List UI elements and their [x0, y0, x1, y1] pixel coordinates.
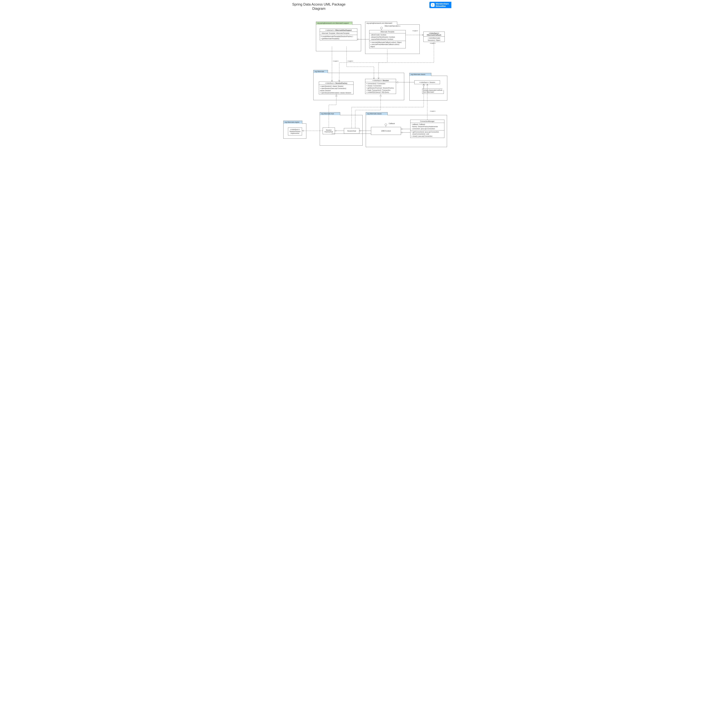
package-tab-classic2: org.hibernate.classic [366, 112, 388, 115]
callback-label: Callback [389, 122, 395, 124]
package-tab-impl: org.hibernate.impl [320, 112, 340, 115]
diagram-title: Spring Data Access UML Package Diagram [290, 2, 348, 11]
class-jdbc-context: JDBCContext [371, 127, 401, 135]
class-dao-support: <<abstract>> HibernateDaoSupport - hibem… [320, 29, 357, 40]
package-tab-classic: org.hibernate.classic [410, 73, 431, 76]
hibernate-operations-label: HibermateOperation s [384, 25, 401, 27]
watermark-badge: ≡ Wondershare EdrawMax [429, 2, 451, 8]
classic-session-note: Includes deprecated methods from Hiberma… [422, 89, 444, 94]
use-label-4: <<use>> [347, 60, 353, 62]
use-label-3: <<use>> [333, 60, 339, 62]
conn-mgr-attrs: - callback: Callback - factory: SessionF… [410, 123, 444, 130]
class-session: <<interface>> Session + connection(): Co… [365, 79, 396, 94]
dao-support-attrs: - hibemate Template: HibemateTemplate [320, 32, 357, 35]
callback-header: <<interface>> HibermateCallback [424, 32, 445, 37]
class-session-factory-impl: Session FactoryImpl [323, 127, 335, 134]
watermark-icon: ≡ [431, 3, 434, 7]
use-label-2: <<use>> [430, 43, 436, 44]
session-header: <<interface>> Session [365, 79, 396, 82]
package-tab-support: org.springframework.orm.hibemate3.suppor… [316, 22, 352, 24]
watermark-text: Wondershare EdrawMax [436, 3, 449, 7]
package-tab-engine: org.hibernate.engine [283, 121, 302, 124]
dao-support-header: <<abstract>> HibernateDaoSupport [320, 29, 357, 32]
template-ops: + execute(HibemateCallback action): Obje… [369, 41, 405, 48]
session-ops: + connection(): Connection + close(): Co… [365, 82, 396, 94]
dao-support-ops: # createHibermateTemplate(SessionFactory… [320, 35, 357, 40]
template-header: Hibernate Template [369, 30, 405, 33]
conn-mgr-header: ConnectionManager [410, 120, 444, 123]
class-template: Hibernate Template - allowCreate: boolea… [369, 30, 406, 48]
use-label-1: <<use>> [412, 30, 418, 32]
class-connection-manager: ConnectionManager - callback: Callback -… [410, 120, 444, 138]
use-label-5: <<use>> [430, 110, 436, 112]
package-tab-hibernate3: org.springframework.orm.hibemate3 [365, 22, 397, 24]
conn-mgr-ops: + getConnection(): java.sql.Connection -… [410, 130, 444, 138]
class-session-impl: SessionImpl [344, 128, 359, 134]
class-classic-session: <<interface>> Session [414, 80, 440, 84]
class-session-factory: <<interface>> SessionFactory + openSessi… [319, 81, 353, 94]
callback-ops: + doInHibermate( Seession): Object [424, 37, 445, 42]
package-tab-hibernate: org.hibernate [314, 70, 328, 73]
class-callback: <<interface>> HibermateCallback + doInHi… [424, 32, 445, 42]
template-attrs: - allowCreate: boolean - alwaysUserNewSe… [369, 33, 405, 41]
session-factory-header: <<interface>> SessionFactory [319, 82, 353, 85]
package-classic: org.hibernate.classic [410, 76, 447, 101]
class-sf-implementor: <<interface>> SessionFactory implementor [288, 127, 302, 135]
session-factory-ops: + openSession(): classic Session + openS… [319, 85, 353, 94]
